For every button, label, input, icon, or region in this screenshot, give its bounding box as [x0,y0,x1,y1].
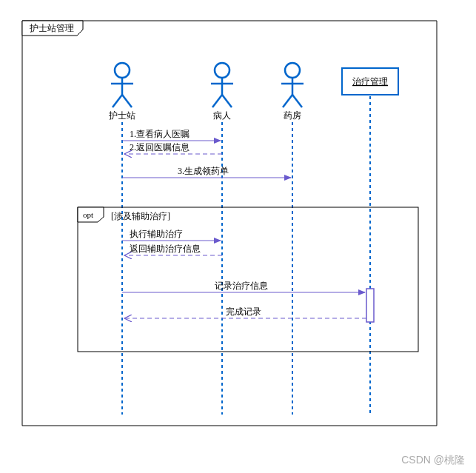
actor-patient: 病人 [211,63,233,121]
svg-point-7 [215,63,229,78]
svg-text:2.返回医嘱信息: 2.返回医嘱信息 [130,142,190,152]
frame-title: 护士站管理 [29,23,74,33]
svg-point-13 [285,63,300,78]
svg-line-10 [212,95,222,107]
participant-mgmt: 治疗管理 [342,68,398,95]
watermark: CSDN @桃隆 [401,454,465,467]
svg-line-16 [283,95,292,107]
opt-label: opt [83,210,93,219]
svg-point-1 [115,63,130,78]
activation-mgmt [366,289,374,322]
svg-text:护士站: 护士站 [108,110,135,121]
svg-text:病人: 病人 [213,110,231,121]
svg-line-17 [292,95,302,107]
sequence-diagram: 护士站管理 护士站 病人 药房 治疗管理 [0,0,476,473]
svg-text:1.查看病人医嘱: 1.查看病人医嘱 [130,129,190,139]
svg-line-5 [122,95,132,107]
svg-text:完成记录: 完成记录 [226,306,261,317]
svg-text:药房: 药房 [284,110,301,121]
svg-line-4 [113,95,122,107]
svg-text:执行辅助治疗: 执行辅助治疗 [130,229,183,239]
svg-text:治疗管理: 治疗管理 [352,76,388,87]
svg-line-11 [222,95,232,107]
actor-pharmacy: 药房 [281,63,304,121]
actor-nurse: 护士站 [108,63,135,121]
svg-text:返回辅助治疗信息: 返回辅助治疗信息 [130,244,201,254]
svg-text:3.生成领药单: 3.生成领药单 [178,166,229,176]
svg-text:记录治疗信息: 记录治疗信息 [215,281,268,291]
opt-frame [78,207,418,352]
opt-guard: [涉及辅助治疗] [111,211,170,221]
